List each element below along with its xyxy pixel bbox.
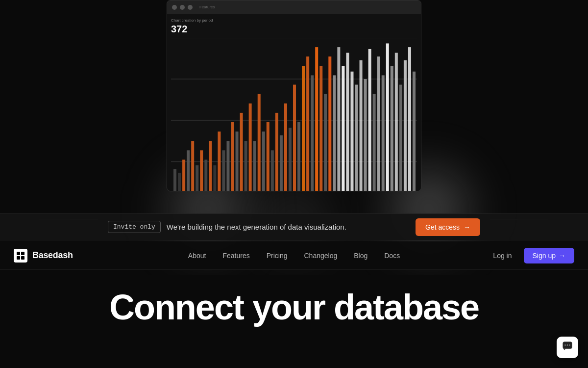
svg-rect-21 [245,141,247,191]
svg-rect-14 [213,165,216,191]
chat-bubble-icon [562,341,573,352]
svg-rect-39 [324,94,327,191]
log-in-button[interactable]: Log in [487,249,517,263]
svg-rect-50 [373,94,376,191]
svg-rect-27 [271,150,274,191]
svg-rect-33 [297,122,300,191]
invite-badge: Invite only [108,221,161,233]
banner-message: We're building the next generation of da… [167,223,346,231]
svg-rect-7 [182,159,185,191]
svg-rect-13 [209,141,212,191]
get-access-arrow: → [464,223,470,231]
get-access-label: Get access [425,223,460,231]
bar-chart-svg [171,38,417,191]
svg-rect-22 [249,104,252,191]
svg-rect-6 [178,173,181,191]
banner-left: Invite only We're building the next gene… [108,221,346,233]
hero-title: Connect your database [109,289,479,325]
svg-rect-20 [240,113,243,191]
nav-item-changelog[interactable]: Changelog [297,249,344,263]
sign-up-arrow: → [559,252,565,260]
nav-item-docs[interactable]: Docs [377,249,407,263]
svg-point-69 [569,344,570,345]
nav-item-about[interactable]: About [181,249,213,263]
svg-rect-56 [399,85,402,191]
svg-rect-47 [360,60,363,191]
svg-rect-10 [196,165,198,191]
nav-item-pricing[interactable]: Pricing [260,249,294,263]
svg-rect-48 [364,79,367,191]
announcement-banner: Invite only We're building the next gene… [0,213,588,240]
svg-rect-63 [21,252,24,255]
svg-rect-12 [204,159,207,191]
chart-label: Chart creation by period [171,18,417,23]
dashboard-screenshot: Features Chart creation by period 372 [167,0,421,191]
navbar: Basedash About Features Pricing Changelo… [0,241,588,270]
get-access-button[interactable]: Get access → [416,218,480,236]
navbar-nav: About Features Pricing Changelog Blog Do… [181,249,407,263]
svg-rect-57 [404,60,407,191]
logo-icon [14,249,27,263]
svg-rect-16 [222,150,225,191]
screenshot-content: Chart creation by period 372 [167,14,421,191]
svg-rect-8 [187,150,190,191]
svg-rect-54 [391,66,393,191]
svg-rect-5 [173,169,176,191]
svg-rect-40 [328,56,331,191]
window-title: Features [199,5,215,9]
svg-rect-65 [21,256,24,260]
svg-rect-38 [319,66,322,191]
svg-rect-15 [218,131,220,191]
svg-rect-59 [413,72,416,191]
svg-rect-32 [293,85,296,191]
svg-point-67 [564,344,566,345]
svg-rect-9 [191,141,194,191]
svg-rect-23 [253,141,256,191]
svg-rect-11 [200,150,203,191]
svg-rect-58 [408,47,411,191]
nav-item-blog[interactable]: Blog [347,249,374,263]
svg-rect-26 [267,122,270,191]
svg-rect-30 [284,104,287,191]
svg-rect-46 [355,85,358,191]
svg-rect-42 [337,47,340,191]
svg-rect-19 [236,131,239,191]
navbar-right: Log in Sign up → [487,248,574,263]
svg-rect-28 [275,113,278,191]
svg-rect-37 [315,47,318,191]
svg-rect-35 [306,56,309,191]
svg-rect-29 [280,135,283,191]
svg-rect-52 [382,75,385,191]
svg-rect-49 [368,49,371,191]
svg-rect-41 [333,75,336,191]
svg-rect-36 [311,75,314,191]
svg-rect-62 [17,252,20,255]
nav-item-features[interactable]: Features [216,249,256,263]
svg-rect-64 [17,256,20,260]
svg-rect-24 [258,94,261,191]
svg-rect-31 [289,128,292,191]
window-dot-yellow [180,5,185,10]
logo-text: Basedash [32,250,73,261]
svg-rect-25 [262,131,265,191]
sign-up-label: Sign up [533,252,556,260]
svg-rect-17 [226,141,229,191]
chat-widget[interactable] [557,337,578,358]
hero-content: Connect your database [0,275,588,368]
window-dot-red [172,5,177,10]
svg-point-68 [567,344,568,345]
sign-up-button[interactable]: Sign up → [524,248,574,263]
window-dot-green [188,5,193,10]
svg-rect-51 [377,56,380,191]
svg-rect-44 [346,53,349,191]
titlebar: Features [167,0,421,14]
svg-rect-53 [386,43,389,191]
screenshot-window: Features Chart creation by period 372 [167,0,421,191]
svg-rect-43 [342,66,344,191]
chart-value: 372 [171,24,417,35]
navbar-logo[interactable]: Basedash [14,249,73,263]
svg-rect-45 [350,72,353,191]
svg-rect-18 [231,122,234,191]
chat-icon [562,341,573,354]
svg-rect-34 [302,66,305,191]
